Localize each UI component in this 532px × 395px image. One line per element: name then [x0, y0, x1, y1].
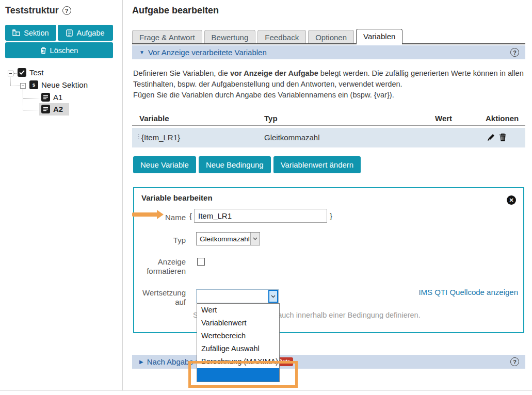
tree-collapse-test[interactable]	[8, 71, 13, 76]
variables-table-header: Variable Typ Wert Aktionen	[132, 114, 525, 124]
change-variable-value-button[interactable]: Variablenwert ändern	[273, 156, 361, 173]
help-icon[interactable]: ?	[62, 6, 71, 15]
tree-item-section[interactable]: s Neue Sektion	[29, 80, 88, 89]
svg-text:S: S	[14, 32, 17, 36]
delete-label: Löschen	[50, 46, 78, 55]
col-variable: Variable	[139, 114, 169, 123]
section-header-before-display[interactable]: ▼ Vor Anzeige verarbeitete Variablen ?	[132, 45, 525, 59]
row-typ: Gleitkommazahl	[264, 133, 320, 142]
tree-collapse-section[interactable]	[20, 83, 26, 89]
tree-connector	[11, 86, 20, 86]
description-paragraph: Definieren Sie Variablen, die vor Anzeig…	[133, 68, 528, 90]
new-condition-button[interactable]: Neue Bedingung	[199, 156, 271, 173]
typ-select[interactable]: Gleitkommazahl	[196, 232, 260, 245]
tab-optionen[interactable]: Optionen	[308, 30, 354, 44]
test-icon	[18, 68, 26, 77]
tree-item-test[interactable]: Test	[18, 68, 44, 77]
format-display-checkbox[interactable]	[197, 258, 205, 266]
dropdown-option-zufaellige-auswahl[interactable]: Zufällige Auswahl	[197, 342, 279, 355]
tree-connector	[10, 77, 11, 86]
add-section-label: Sektion	[24, 29, 49, 37]
name-input[interactable]	[194, 209, 327, 223]
edit-pencil-icon[interactable]	[487, 133, 496, 142]
task-icon	[41, 105, 50, 113]
wertsetzung-select-value	[197, 290, 268, 303]
tree-label-test: Test	[29, 68, 44, 77]
col-typ: Typ	[264, 114, 278, 123]
page-title: Aufgabe bearbeiten	[132, 5, 219, 16]
dropdown-option-wertebereich[interactable]: Wertebereich	[197, 330, 279, 342]
teststruktur-heading: Teststruktur	[5, 5, 59, 16]
section-add-icon: S	[12, 29, 20, 36]
variables-description: Definieren Sie Variablen, die vor Anzeig…	[133, 68, 528, 101]
task-icon	[41, 93, 50, 102]
tab-bewertung[interactable]: Bewertung	[204, 30, 256, 44]
annotation-arrow	[132, 210, 164, 219]
qti-source-link[interactable]: IMS QTI Quellcode anzeigen	[418, 288, 518, 297]
task-add-icon	[66, 29, 73, 37]
chevron-down-icon	[250, 233, 260, 245]
add-task-button[interactable]: Aufgabe	[58, 25, 113, 41]
new-variable-button[interactable]: Neue Variable	[133, 156, 196, 173]
section-icon: s	[29, 80, 38, 89]
dropdown-option-variablenwert[interactable]: Variablenwert	[197, 317, 279, 330]
variable-actions: Neue Variable Neue Bedingung Variablenwe…	[133, 156, 361, 173]
tree-connector	[23, 98, 40, 98]
page-bottom-border	[0, 390, 532, 391]
table-header-rule	[132, 125, 525, 126]
col-aktionen: Aktionen	[486, 114, 519, 123]
tree-connector	[14, 73, 17, 74]
tree-label-section: Neue Sektion	[41, 80, 88, 89]
tree-connector	[23, 89, 23, 110]
delete-button[interactable]: Löschen	[5, 42, 113, 58]
table-row: ⋮ {Item_LR1} Gleitkommazahl	[132, 128, 525, 147]
sidebar-title: Teststruktur ?	[5, 5, 71, 16]
tab-feedback[interactable]: Feedback	[257, 30, 306, 44]
row-variable: {Item_LR1}	[141, 133, 180, 142]
tree-item-a1[interactable]: A1	[41, 93, 62, 102]
add-section-button[interactable]: S Sektion	[5, 25, 56, 41]
panel-title: Variable bearbeiten	[141, 193, 213, 202]
typ-label: Typ	[137, 236, 186, 245]
format-display-label: Anzeige formatieren	[137, 257, 186, 276]
description-text: Definieren Sie Variablen, die	[133, 69, 230, 77]
test-editor-page: Teststruktur ? S Sektion Aufgabe Löschen…	[0, 0, 532, 395]
tree-item-a2[interactable]: A2	[41, 105, 63, 113]
add-task-label: Aufgabe	[76, 29, 104, 37]
tree-connector	[23, 110, 40, 110]
typ-select-value: Gleitkommazahl	[197, 233, 250, 245]
wertsetzung-select[interactable]	[196, 289, 279, 303]
close-icon[interactable]: ✕	[507, 195, 516, 205]
tab-variablen[interactable]: Variablen	[356, 29, 402, 44]
tab-underline	[132, 43, 525, 44]
tab-frage-antwort[interactable]: Frage & Antwort	[132, 30, 202, 44]
section-before-title: Vor Anzeige verarbeitete Variablen	[148, 48, 267, 57]
delete-trash-icon[interactable]	[499, 133, 508, 142]
wertsetzung-label: Wertsetzung auf	[137, 288, 186, 307]
chevron-down-icon	[268, 290, 278, 303]
col-wert: Wert	[435, 114, 452, 123]
dropdown-option-wert[interactable]: Wert	[197, 304, 279, 317]
chevron-down-icon: ▼	[139, 50, 144, 55]
tree-label-a2: A2	[53, 105, 63, 113]
annotation-rectangle	[188, 361, 298, 388]
description-line2: Fügen Sie die Variablen durch Angabe des…	[133, 90, 528, 101]
sidebar-divider	[122, 0, 123, 390]
help-icon[interactable]: ?	[510, 48, 519, 57]
help-icon[interactable]: ?	[510, 357, 519, 366]
description-bold: vor Anzeige der Aufgabe	[230, 69, 318, 77]
tree-label-a1: A1	[53, 93, 62, 102]
tab-bar: Frage & Antwort Bewertung Feedback Optio…	[132, 29, 402, 44]
brace-close: }	[330, 211, 332, 220]
brace-open: {	[189, 211, 192, 220]
variable-edit-panel: Variable bearbeiten ✕ Name { } Typ Gleit…	[133, 187, 524, 333]
trash-icon	[40, 47, 46, 54]
chevron-right-icon: ▶	[139, 359, 143, 365]
